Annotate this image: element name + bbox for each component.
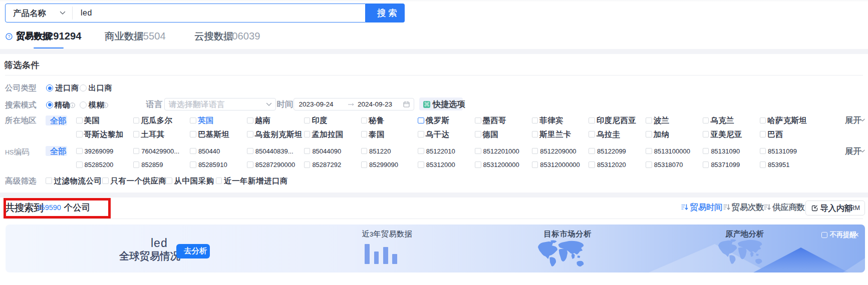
svg-text:?: ?	[8, 34, 10, 39]
